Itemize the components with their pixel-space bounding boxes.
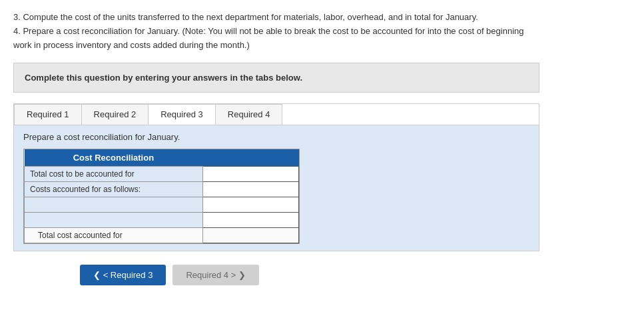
- tab-required-1[interactable]: Required 1: [14, 104, 82, 125]
- instructions: 3. Compute the cost of the units transfe…: [13, 11, 631, 52]
- tab-content: Prepare a cost reconciliation for Januar…: [14, 125, 539, 251]
- tab-required-4[interactable]: Required 4: [215, 104, 283, 125]
- row-value-3[interactable]: [202, 197, 298, 213]
- prev-button[interactable]: ❮ < Required 3: [80, 265, 166, 285]
- prev-chevron-icon: ❮: [93, 270, 101, 280]
- table-value-header: [202, 149, 298, 167]
- input-row-4[interactable]: [208, 215, 293, 225]
- input-total-cost[interactable]: [208, 169, 293, 179]
- tab-required-2[interactable]: Required 2: [81, 104, 149, 125]
- complete-box: Complete this question by entering your …: [13, 63, 539, 93]
- table-row: [25, 197, 299, 213]
- input-row-3[interactable]: [208, 200, 293, 209]
- input-costs-accounted[interactable]: [208, 185, 293, 194]
- table-header: Cost Reconciliation: [25, 149, 203, 167]
- cost-reconciliation-table: Cost Reconciliation Total cost to be acc…: [23, 149, 300, 244]
- row-value-total[interactable]: [202, 228, 298, 243]
- row-label-4: [25, 213, 203, 228]
- tabs-row: Required 1 Required 2 Required 3 Require…: [14, 103, 539, 125]
- table-row: Costs accounted for as follows:: [25, 182, 299, 197]
- tab-description: Prepare a cost reconciliation for Januar…: [23, 132, 529, 142]
- tab-required-3[interactable]: Required 3: [148, 104, 216, 125]
- row-label-1: Total cost to be accounted for: [25, 167, 203, 182]
- table-row-total: Total cost accounted for: [25, 228, 299, 243]
- row-value-4[interactable]: [202, 213, 298, 228]
- row-label-total: Total cost accounted for: [25, 228, 203, 243]
- row-label-2: Costs accounted for as follows:: [25, 182, 203, 197]
- row-label-3: [25, 197, 203, 213]
- next-button[interactable]: Required 4 > ❯: [172, 265, 258, 285]
- next-chevron-icon: ❯: [238, 270, 246, 280]
- table-row: [25, 213, 299, 228]
- tabs-container: Required 1 Required 2 Required 3 Require…: [13, 103, 539, 251]
- row-value-1[interactable]: [202, 167, 298, 182]
- table-row: Total cost to be accounted for: [25, 167, 299, 182]
- row-value-2[interactable]: [202, 182, 298, 197]
- input-total-accounted[interactable]: [208, 231, 293, 240]
- bottom-nav: ❮ < Required 3 Required 4 > ❯: [80, 265, 480, 285]
